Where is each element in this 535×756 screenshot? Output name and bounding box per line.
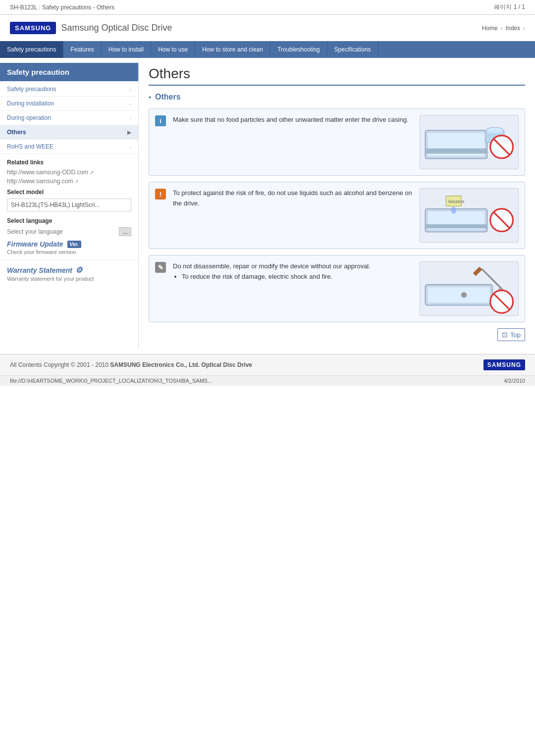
info-card-food-text: Make sure that no food particles and oth… (173, 115, 413, 125)
sidebar-section-title: Safety precaution (0, 63, 138, 81)
warranty-block: Warranty Statement ⚙ Warranty statement … (0, 260, 138, 282)
related-links-title: Related links (7, 159, 131, 166)
firmware-subtitle: Check your firmware version. (7, 249, 131, 255)
info-card-fire: ! To protect against the risk of fire, d… (149, 182, 525, 249)
header: SAMSUNG Samsung Optical Disc Drive Home … (0, 15, 535, 41)
sidebar-indicator: ▶ (127, 130, 131, 135)
link-text: http://www.samsung.com (7, 178, 73, 185)
svg-rect-2 (425, 149, 487, 153)
select-language-button[interactable]: ... (119, 227, 131, 236)
subtitle-icon: ▪ (149, 93, 151, 101)
index-link[interactable]: Index (506, 25, 520, 32)
tab-use[interactable]: How to use (151, 41, 195, 58)
info-icon-fire: ! (155, 189, 166, 200)
content-main-title: Others (149, 66, 525, 86)
sidebar-label: During installation (7, 100, 54, 107)
footer-company: SAMSUNG Electronics Co., Ltd. Optical Di… (110, 361, 252, 368)
footer-copyright: All Contents Copyright © 2001 - 2010 (10, 361, 110, 368)
select-model-title: Select model (7, 189, 131, 196)
sidebar-link-odd[interactable]: http://www.samsung-ODD.com ↗ (7, 169, 131, 176)
warranty-title-text: Warranty Statement (7, 266, 72, 274)
top-icon: ⊡ (502, 331, 508, 339)
svg-rect-5 (487, 131, 502, 133)
link-text: http://www.samsung-ODD.com (7, 169, 88, 176)
svg-point-13 (451, 207, 456, 214)
top-btn-row: ⊡ Top (149, 328, 525, 341)
sidebar-label: Safety precautions (7, 86, 56, 93)
external-link-icon: ↗ (90, 170, 94, 175)
footer-text: All Contents Copyright © 2001 - 2010 SAM… (10, 361, 252, 368)
warranty-title[interactable]: Warranty Statement ⚙ (7, 265, 131, 275)
main-layout: Safety precaution Safety precautions - D… (0, 58, 535, 349)
sidebar-label: RoHS and WEEE (7, 143, 54, 150)
sidebar-label: Others (7, 129, 26, 136)
tab-features[interactable]: Features (63, 41, 101, 58)
nav-sep1: › (501, 25, 503, 32)
sidebar-link-samsung[interactable]: http://www.samsung.com ↗ (7, 178, 131, 185)
warranty-icon: ⚙ (75, 265, 82, 275)
samsung-logo: SAMSUNG (10, 22, 56, 34)
sidebar-indicator: - (130, 115, 131, 121)
firmware-block: Firmware Update Ver. Check your firmware… (0, 240, 138, 255)
content-subtitle-text: Others (155, 93, 181, 101)
tab-install[interactable]: How to install (102, 41, 151, 58)
status-bar: file://D:\HEARTSOME_WORK\0_PROJECT_LOCAL… (0, 375, 535, 386)
sidebar-item-during-operation[interactable]: During operation - (0, 111, 138, 125)
svg-rect-20 (473, 267, 482, 276)
related-links-block: Related links http://www.samsung-ODD.com… (0, 159, 138, 236)
top-button[interactable]: ⊡ Top (497, 328, 525, 341)
page-info: 페이지 1 / 1 (494, 3, 525, 11)
sidebar-item-rohs-weee[interactable]: RoHS and WEEE - (0, 140, 138, 154)
info-card-food-image (420, 115, 519, 169)
home-link[interactable]: Home (482, 25, 498, 32)
footer: All Contents Copyright © 2001 - 2010 SAM… (0, 354, 535, 375)
svg-rect-10 (425, 224, 487, 228)
select-language-title: Select language (7, 217, 131, 224)
sidebar-indicator: - (130, 101, 131, 106)
firmware-title: Firmware Update Ver. (7, 240, 131, 248)
select-language-placeholder: Select your language (7, 228, 116, 235)
svg-rect-17 (428, 287, 490, 302)
page-title: SH-B123L : Safety precautions - Others (10, 4, 114, 11)
tab-store[interactable]: How to store and clean (195, 41, 270, 58)
info-card-disassemble: ✎ Do not disassemble, repair or modify t… (149, 255, 525, 322)
info-card-disassemble-image (420, 261, 519, 316)
firmware-version-button[interactable]: Ver. (67, 241, 81, 248)
sidebar-label: During operation (7, 114, 51, 121)
external-link-icon: ↗ (74, 179, 78, 184)
sidebar-item-others[interactable]: Others ▶ (0, 125, 138, 140)
sidebar-indicator: - (130, 144, 131, 150)
top-btn-label: Top (510, 331, 521, 339)
header-logo: SAMSUNG Samsung Optical Disc Drive (10, 22, 172, 34)
nav-tabs: Safety precautions Features How to insta… (0, 41, 535, 58)
warranty-subtitle: Warranty statement for your product (7, 276, 131, 282)
select-language-row: Select your language ... (7, 227, 131, 236)
info-icon-disassemble: ✎ (155, 262, 166, 273)
info-icon-food: i (155, 115, 166, 126)
sidebar: Safety precaution Safety precautions - D… (0, 58, 139, 349)
content-subtitle: ▪ Others (149, 93, 525, 101)
firmware-title-text: Firmware Update (7, 240, 63, 248)
status-date: 4/2/2010 (504, 378, 525, 384)
sidebar-item-during-installation[interactable]: During installation - (0, 97, 138, 111)
info-card-food: i Make sure that no food particles and o… (149, 108, 525, 176)
info-card-fire-image: benzene (420, 188, 519, 243)
footer-samsung-logo: SAMSUNG (483, 359, 525, 370)
nav-sep2: › (523, 25, 525, 32)
svg-text:benzene: benzene (448, 200, 464, 204)
tab-safety[interactable]: Safety precautions (0, 41, 63, 58)
site-title: Samsung Optical Disc Drive (61, 23, 172, 33)
sidebar-indicator: - (130, 87, 131, 92)
content-area: Others ▪ Others i Make sure that no food… (139, 58, 535, 349)
info-card-fire-text: To protect against the risk of fire, do … (173, 188, 413, 209)
select-model-input[interactable]: SH-B123L(TS-HB43L) LightScri... (7, 199, 131, 211)
top-bar: SH-B123L : Safety precautions - Others 페… (0, 0, 535, 15)
tab-specs[interactable]: Specifications (327, 41, 378, 58)
status-path: file://D:\HEARTSOME_WORK\0_PROJECT_LOCAL… (10, 378, 212, 384)
sidebar-item-safety-precautions[interactable]: Safety precautions - (0, 82, 138, 97)
tab-troubleshoot[interactable]: Troubleshooting (270, 41, 327, 58)
info-card-disassemble-text: Do not disassemble, repair or modify the… (173, 261, 413, 282)
header-nav: Home › Index › (482, 25, 525, 32)
